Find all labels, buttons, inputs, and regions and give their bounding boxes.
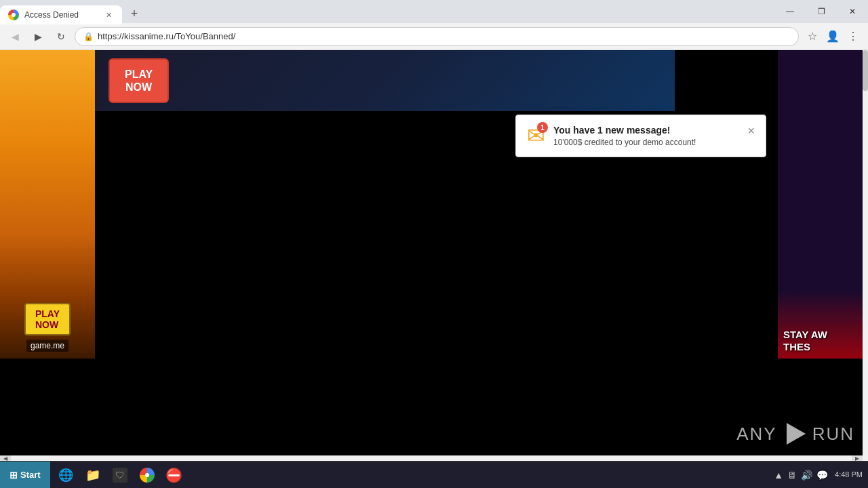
- new-tab-button[interactable]: +: [125, 4, 144, 23]
- back-button[interactable]: ◀: [5, 27, 24, 46]
- svg-marker-0: [787, 423, 806, 445]
- ad-play-now-label: PLAY NOW: [24, 303, 71, 336]
- start-icon: ⊞: [9, 470, 18, 481]
- window-controls: — ❐ ✕: [774, 0, 868, 23]
- anyrun-play-icon: [781, 420, 808, 447]
- ie-icon: 🌐: [58, 468, 73, 483]
- toolbar-icons: ☆ 👤 ⋮: [803, 27, 863, 46]
- tray-up-icon[interactable]: ▲: [774, 470, 783, 481]
- main-content-area: [95, 111, 778, 461]
- error-icon: ⛔: [167, 468, 182, 483]
- tray-network-icon[interactable]: 🖥: [787, 470, 797, 481]
- clock: 4:48 PM: [835, 470, 863, 479]
- scrollbar-horizontal[interactable]: ◀ ▶: [0, 455, 863, 461]
- ad-stay-away-text: STAY AW THES: [783, 329, 827, 353]
- titlebar: Access Denied ✕ + — ❐ ✕: [0, 0, 868, 23]
- close-button[interactable]: ✕: [837, 0, 868, 23]
- start-button[interactable]: ⊞ Start: [0, 462, 50, 488]
- chrome-icon: [140, 468, 155, 483]
- tray-icons: ▲ 🖥 🔊 💬: [770, 470, 832, 481]
- lock-icon: 🔒: [83, 32, 94, 41]
- scroll-left-arrow[interactable]: ◀: [0, 455, 11, 461]
- notification-popup: ✉ 1 You have 1 new message! 10'000$ cred…: [515, 115, 766, 157]
- menu-button[interactable]: ⋮: [844, 27, 863, 46]
- taskbar-chrome[interactable]: [134, 463, 160, 487]
- browser-window: Access Denied ✕ + — ❐ ✕ ◀ ▶ ↻ 🔒 https://…: [0, 0, 868, 488]
- ad-right-bottom: STAY AW THES: [778, 291, 868, 359]
- ad-left[interactable]: PLAY NOW game.me: [0, 50, 95, 359]
- taskbar-error[interactable]: ⛔: [161, 463, 187, 487]
- notification-icon-wrap: ✉ 1: [527, 125, 545, 146]
- ad-top-banner[interactable]: PLAYNOW: [95, 50, 675, 111]
- address-text: https://kissanime.ru/ToYou/Banned/: [98, 31, 790, 41]
- ad-left-content: PLAY NOW game.me: [0, 50, 95, 359]
- forward-button[interactable]: ▶: [28, 27, 47, 46]
- tab-area: Access Denied ✕ +: [0, 0, 774, 23]
- anyrun-logo: ANY RUN: [736, 420, 854, 447]
- tab-favicon: [8, 9, 19, 20]
- ad-site-text: game.me: [26, 340, 68, 352]
- addressbar: ◀ ▶ ↻ 🔒 https://kissanime.ru/ToYou/Banne…: [0, 23, 868, 50]
- taskbar: ⊞ Start 🌐 📁 🛡 ⛔ ▲: [0, 461, 868, 488]
- taskbar-ie[interactable]: 🌐: [53, 463, 79, 487]
- ad-top-play-btn: PLAYNOW: [108, 58, 169, 103]
- scrollbar-vertical[interactable]: [863, 50, 868, 461]
- notification-text: You have 1 new message! 10'000$ credited…: [553, 125, 739, 147]
- taskbar-right: ▲ 🖥 🔊 💬 4:48 PM: [764, 470, 868, 481]
- tray-volume-icon[interactable]: 🔊: [801, 470, 812, 481]
- address-box[interactable]: 🔒 https://kissanime.ru/ToYou/Banned/: [75, 27, 799, 46]
- anyrun-text: ANY: [736, 424, 776, 445]
- maximize-button[interactable]: ❐: [806, 0, 837, 23]
- taskbar-items: 🌐 📁 🛡 ⛔: [50, 462, 765, 488]
- account-button[interactable]: 👤: [823, 27, 842, 46]
- start-label: Start: [20, 470, 41, 480]
- reload-button[interactable]: ↻: [52, 27, 71, 46]
- scrollbar-thumb[interactable]: [863, 50, 868, 91]
- scroll-right-arrow[interactable]: ▶: [852, 455, 863, 461]
- tab-close-button[interactable]: ✕: [103, 9, 114, 20]
- notification-title: You have 1 new message!: [553, 125, 739, 136]
- notification-body: 10'000$ credited to your demo account!: [553, 138, 739, 147]
- folder-icon: 📁: [85, 468, 100, 483]
- taskbar-shield[interactable]: 🛡: [107, 463, 133, 487]
- scroll-track: [11, 456, 852, 460]
- ad-right[interactable]: STAY AW THES: [778, 50, 868, 359]
- tray-msg-icon[interactable]: 💬: [816, 470, 828, 481]
- shield-icon: 🛡: [113, 468, 127, 483]
- anyrun-run-text: RUN: [812, 424, 854, 445]
- tab-title: Access Denied: [24, 10, 98, 20]
- taskbar-folder[interactable]: 📁: [80, 463, 106, 487]
- bookmark-button[interactable]: ☆: [803, 27, 822, 46]
- browser-tab-active[interactable]: Access Denied ✕: [0, 5, 122, 24]
- notification-badge: 1: [537, 122, 548, 133]
- minimize-button[interactable]: —: [774, 0, 806, 23]
- notification-close-button[interactable]: ×: [747, 125, 755, 137]
- browser-content: PLAY NOW game.me STAY AW THES PLAYNOW: [0, 50, 868, 461]
